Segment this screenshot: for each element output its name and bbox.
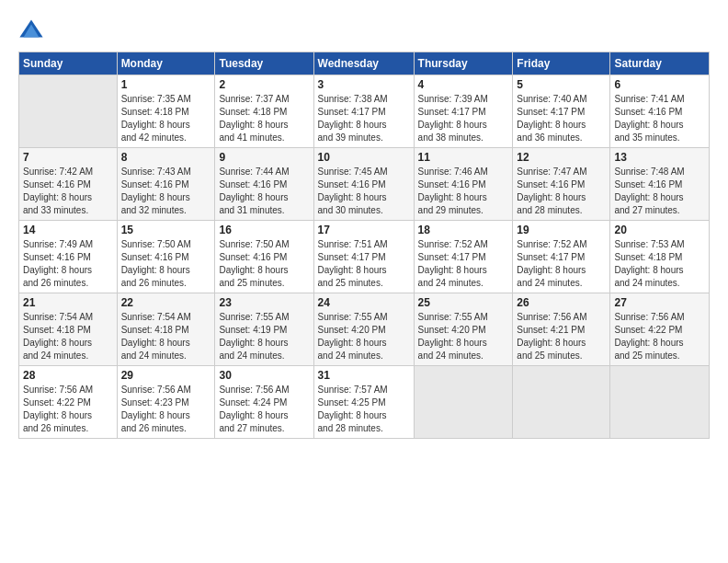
calendar-week-3: 14Sunrise: 7:49 AM Sunset: 4:16 PM Dayli… <box>19 221 710 293</box>
day-number: 5 <box>517 78 606 91</box>
calendar-cell: 1Sunrise: 7:35 AM Sunset: 4:18 PM Daylig… <box>117 75 215 148</box>
day-number: 14 <box>23 224 113 236</box>
day-info: Sunrise: 7:56 AM Sunset: 4:24 PM Dayligh… <box>219 384 309 435</box>
weekday-header-wednesday: Wednesday <box>313 52 414 75</box>
day-info: Sunrise: 7:56 AM Sunset: 4:22 PM Dayligh… <box>23 384 113 435</box>
calendar-cell: 18Sunrise: 7:52 AM Sunset: 4:17 PM Dayli… <box>414 221 513 293</box>
day-info: Sunrise: 7:51 AM Sunset: 4:17 PM Dayligh… <box>318 238 410 290</box>
day-number: 2 <box>219 78 309 91</box>
weekday-header-row: SundayMondayTuesdayWednesdayThursdayFrid… <box>19 52 710 75</box>
day-number: 12 <box>517 151 606 164</box>
day-info: Sunrise: 7:55 AM Sunset: 4:19 PM Dayligh… <box>219 311 309 362</box>
calendar-cell: 23Sunrise: 7:55 AM Sunset: 4:19 PM Dayli… <box>215 293 313 366</box>
calendar-cell: 14Sunrise: 7:49 AM Sunset: 4:16 PM Dayli… <box>19 221 118 293</box>
calendar-cell <box>610 366 710 439</box>
day-info: Sunrise: 7:52 AM Sunset: 4:17 PM Dayligh… <box>517 238 606 290</box>
calendar-cell: 10Sunrise: 7:45 AM Sunset: 4:16 PM Dayli… <box>313 148 414 221</box>
calendar-cell: 4Sunrise: 7:39 AM Sunset: 4:17 PM Daylig… <box>414 75 513 148</box>
day-info: Sunrise: 7:50 AM Sunset: 4:16 PM Dayligh… <box>219 238 309 290</box>
day-number: 7 <box>23 151 113 164</box>
day-info: Sunrise: 7:57 AM Sunset: 4:25 PM Dayligh… <box>318 384 410 435</box>
calendar-cell <box>513 366 610 439</box>
day-number: 28 <box>23 369 113 382</box>
day-info: Sunrise: 7:48 AM Sunset: 4:16 PM Dayligh… <box>614 166 705 217</box>
calendar-cell: 26Sunrise: 7:56 AM Sunset: 4:21 PM Dayli… <box>513 293 610 366</box>
calendar-cell: 9Sunrise: 7:44 AM Sunset: 4:16 PM Daylig… <box>215 148 313 221</box>
day-number: 6 <box>614 78 705 91</box>
day-number: 1 <box>121 78 211 91</box>
calendar-cell: 21Sunrise: 7:54 AM Sunset: 4:18 PM Dayli… <box>19 293 118 366</box>
day-number: 19 <box>517 224 606 236</box>
day-number: 27 <box>614 296 705 309</box>
day-info: Sunrise: 7:54 AM Sunset: 4:18 PM Dayligh… <box>121 311 211 362</box>
day-number: 30 <box>219 369 309 382</box>
calendar-cell: 19Sunrise: 7:52 AM Sunset: 4:17 PM Dayli… <box>513 221 610 293</box>
calendar-cell: 8Sunrise: 7:43 AM Sunset: 4:16 PM Daylig… <box>117 148 215 221</box>
day-info: Sunrise: 7:47 AM Sunset: 4:16 PM Dayligh… <box>517 166 606 217</box>
day-number: 15 <box>121 224 211 236</box>
day-number: 8 <box>121 151 211 164</box>
calendar-cell <box>414 366 513 439</box>
calendar-cell: 12Sunrise: 7:47 AM Sunset: 4:16 PM Dayli… <box>513 148 610 221</box>
calendar-cell: 11Sunrise: 7:46 AM Sunset: 4:16 PM Dayli… <box>414 148 513 221</box>
day-info: Sunrise: 7:43 AM Sunset: 4:16 PM Dayligh… <box>121 166 211 217</box>
weekday-header-friday: Friday <box>513 52 610 75</box>
day-info: Sunrise: 7:41 AM Sunset: 4:16 PM Dayligh… <box>614 93 705 144</box>
day-number: 9 <box>219 151 309 164</box>
calendar-week-4: 21Sunrise: 7:54 AM Sunset: 4:18 PM Dayli… <box>19 293 710 366</box>
calendar-page: SundayMondayTuesdayWednesdayThursdayFrid… <box>0 0 728 563</box>
calendar-cell <box>19 75 118 148</box>
calendar-cell: 7Sunrise: 7:42 AM Sunset: 4:16 PM Daylig… <box>19 148 118 221</box>
calendar-cell: 17Sunrise: 7:51 AM Sunset: 4:17 PM Dayli… <box>313 221 414 293</box>
day-info: Sunrise: 7:54 AM Sunset: 4:18 PM Dayligh… <box>23 311 113 362</box>
day-info: Sunrise: 7:55 AM Sunset: 4:20 PM Dayligh… <box>318 311 410 362</box>
weekday-header-thursday: Thursday <box>414 52 513 75</box>
calendar-cell: 25Sunrise: 7:55 AM Sunset: 4:20 PM Dayli… <box>414 293 513 366</box>
day-number: 31 <box>318 369 410 382</box>
day-info: Sunrise: 7:50 AM Sunset: 4:16 PM Dayligh… <box>121 238 211 290</box>
day-number: 29 <box>121 369 211 382</box>
calendar-cell: 15Sunrise: 7:50 AM Sunset: 4:16 PM Dayli… <box>117 221 215 293</box>
calendar-cell: 5Sunrise: 7:40 AM Sunset: 4:17 PM Daylig… <box>513 75 610 148</box>
calendar-cell: 27Sunrise: 7:56 AM Sunset: 4:22 PM Dayli… <box>610 293 710 366</box>
day-info: Sunrise: 7:38 AM Sunset: 4:17 PM Dayligh… <box>318 93 410 144</box>
day-number: 20 <box>614 224 705 236</box>
day-number: 13 <box>614 151 705 164</box>
day-number: 11 <box>418 151 509 164</box>
weekday-header-saturday: Saturday <box>610 52 710 75</box>
day-info: Sunrise: 7:56 AM Sunset: 4:22 PM Dayligh… <box>614 311 705 362</box>
day-info: Sunrise: 7:52 AM Sunset: 4:17 PM Dayligh… <box>418 238 509 290</box>
day-info: Sunrise: 7:35 AM Sunset: 4:18 PM Dayligh… <box>121 93 211 144</box>
calendar-week-2: 7Sunrise: 7:42 AM Sunset: 4:16 PM Daylig… <box>19 148 710 221</box>
day-number: 4 <box>418 78 509 91</box>
day-number: 21 <box>23 296 113 309</box>
calendar-cell: 3Sunrise: 7:38 AM Sunset: 4:17 PM Daylig… <box>313 75 414 148</box>
day-info: Sunrise: 7:40 AM Sunset: 4:17 PM Dayligh… <box>517 93 606 144</box>
day-info: Sunrise: 7:39 AM Sunset: 4:17 PM Dayligh… <box>418 93 509 144</box>
calendar-cell: 6Sunrise: 7:41 AM Sunset: 4:16 PM Daylig… <box>610 75 710 148</box>
day-number: 17 <box>318 224 410 236</box>
calendar-cell: 20Sunrise: 7:53 AM Sunset: 4:18 PM Dayli… <box>610 221 710 293</box>
calendar-cell: 13Sunrise: 7:48 AM Sunset: 4:16 PM Dayli… <box>610 148 710 221</box>
day-number: 25 <box>418 296 509 309</box>
logo <box>18 17 48 42</box>
weekday-header-sunday: Sunday <box>19 52 118 75</box>
day-info: Sunrise: 7:37 AM Sunset: 4:18 PM Dayligh… <box>219 93 309 144</box>
day-number: 10 <box>318 151 410 164</box>
day-number: 26 <box>517 296 606 309</box>
calendar-table: SundayMondayTuesdayWednesdayThursdayFrid… <box>18 52 710 439</box>
day-info: Sunrise: 7:53 AM Sunset: 4:18 PM Dayligh… <box>614 238 705 290</box>
day-info: Sunrise: 7:42 AM Sunset: 4:16 PM Dayligh… <box>23 166 113 217</box>
calendar-cell: 30Sunrise: 7:56 AM Sunset: 4:24 PM Dayli… <box>215 366 313 439</box>
calendar-cell: 16Sunrise: 7:50 AM Sunset: 4:16 PM Dayli… <box>215 221 313 293</box>
day-number: 22 <box>121 296 211 309</box>
day-number: 18 <box>418 224 509 236</box>
day-info: Sunrise: 7:45 AM Sunset: 4:16 PM Dayligh… <box>318 166 410 217</box>
weekday-header-monday: Monday <box>117 52 215 75</box>
day-number: 16 <box>219 224 309 236</box>
calendar-cell: 29Sunrise: 7:56 AM Sunset: 4:23 PM Dayli… <box>117 366 215 439</box>
calendar-week-1: 1Sunrise: 7:35 AM Sunset: 4:18 PM Daylig… <box>19 75 710 148</box>
day-number: 24 <box>318 296 410 309</box>
calendar-week-5: 28Sunrise: 7:56 AM Sunset: 4:22 PM Dayli… <box>19 366 710 439</box>
day-info: Sunrise: 7:49 AM Sunset: 4:16 PM Dayligh… <box>23 238 113 290</box>
